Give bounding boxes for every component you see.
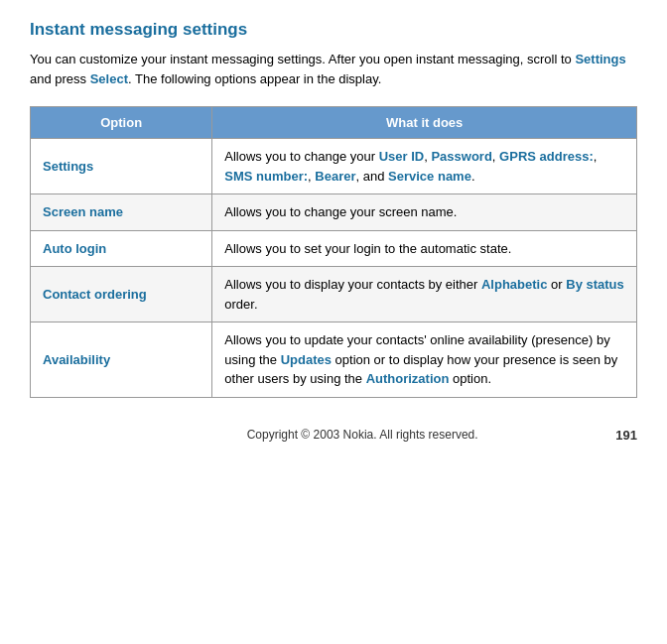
option-settings: Settings [31, 139, 212, 194]
intro-paragraph: You can customize your instant messaging… [30, 50, 637, 88]
table-row: Screen name Allows you to change your sc… [31, 194, 637, 231]
description-contact-ordering: Allows you to display your contacts by e… [212, 267, 637, 322]
table-row: Settings Allows you to change your User … [31, 139, 637, 194]
gprs-link: GPRS address: [499, 149, 594, 164]
select-link: Select [90, 71, 128, 86]
authorization-link: Authorization [366, 371, 450, 386]
option-screen-name: Screen name [31, 194, 212, 231]
table-header-what: What it does [212, 107, 637, 139]
option-auto-login: Auto login [31, 230, 212, 267]
by-status-link: By status [566, 277, 624, 292]
bearer-link: Bearer [315, 169, 355, 184]
description-availability: Allows you to update your contacts' onli… [212, 322, 637, 398]
service-name-link: Service name [388, 169, 471, 184]
sms-link: SMS number: [224, 169, 308, 184]
footer: Copyright © 2003 Nokia. All rights reser… [30, 428, 637, 443]
updates-link: Updates [281, 352, 332, 367]
description-settings: Allows you to change your User ID, Passw… [212, 139, 637, 194]
table-header-option: Option [31, 107, 212, 139]
settings-link: Settings [575, 52, 625, 66]
table-row: Auto login Allows you to set your login … [31, 230, 637, 267]
intro-text-before: You can customize your instant messaging… [30, 52, 575, 66]
alphabetic-link: Alphabetic [481, 277, 547, 292]
table-row: Contact ordering Allows you to display y… [31, 267, 637, 322]
description-auto-login: Allows you to set your login to the auto… [212, 230, 637, 267]
table-row: Availability Allows you to update your c… [31, 322, 637, 398]
footer-page-number: 191 [615, 428, 637, 443]
options-table: Option What it does Settings Allows you … [30, 106, 637, 398]
option-contact-ordering: Contact ordering [31, 267, 212, 322]
footer-copyright: Copyright © 2003 Nokia. All rights reser… [247, 428, 478, 442]
password-link: Password [431, 149, 491, 164]
option-availability: Availability [31, 322, 212, 398]
description-screen-name: Allows you to change your screen name. [212, 194, 637, 231]
user-id-link: User ID [379, 149, 425, 164]
intro-text-end: . The following options appear in the di… [128, 71, 381, 86]
page-title: Instant messaging settings [30, 20, 637, 40]
intro-text-mid: and press [30, 71, 90, 86]
